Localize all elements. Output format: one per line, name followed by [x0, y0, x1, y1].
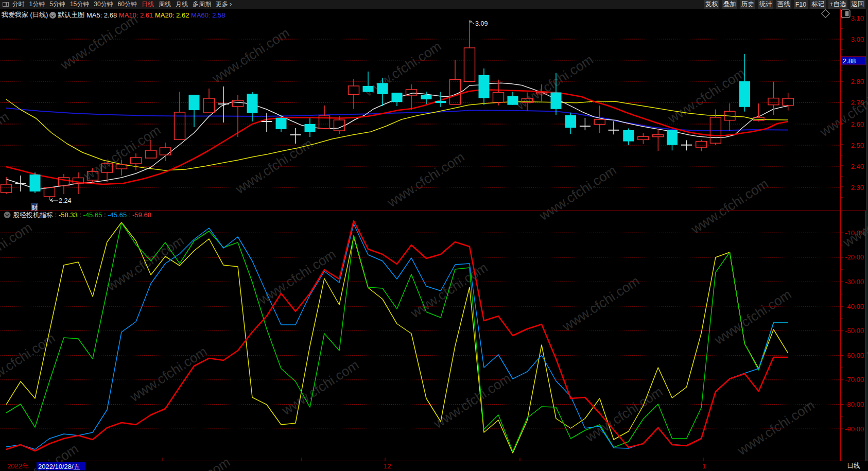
svg-text:-60.00: -60.00: [845, 352, 864, 359]
svg-text:www.cfchi.com: www.cfchi.com: [150, 454, 233, 471]
svg-text:2.30: 2.30: [851, 184, 864, 191]
svg-text:www.cfchi.com: www.cfchi.com: [57, 11, 140, 73]
svg-text:股经投机指标 : -58.33 : -45.65 : -45: 股经投机指标 : -58.33 : -45.65 : -45.65 : -59.…: [13, 211, 151, 219]
svg-text:2022/10/28/五: 2022/10/28/五: [38, 463, 80, 470]
svg-text:www.cfchi.com: www.cfchi.com: [127, 343, 210, 405]
svg-text:3.00: 3.00: [851, 36, 864, 43]
svg-text:-40.00: -40.00: [845, 303, 864, 310]
svg-text:2.24: 2.24: [59, 197, 71, 204]
svg-text:www.cfchi.com: www.cfchi.com: [80, 122, 163, 183]
svg-text:www.cfchi.com: www.cfchi.com: [559, 273, 642, 334]
svg-text:www.cfchi.com: www.cfchi.com: [688, 176, 771, 237]
svg-text:3.09: 3.09: [475, 20, 488, 27]
svg-text:www.cfchi.com: www.cfchi.com: [279, 357, 361, 418]
svg-text:-10.00: -10.00: [845, 229, 864, 237]
svg-text:-70.00: -70.00: [845, 376, 864, 383]
svg-text:www.cfchi.com: www.cfchi.com: [582, 383, 665, 445]
svg-text:www.cfchi.com: www.cfchi.com: [384, 149, 467, 210]
svg-text:www.cfchi.com: www.cfchi.com: [209, 25, 292, 86]
svg-text:财: 财: [31, 204, 38, 211]
svg-text:www.cfchi.com: www.cfchi.com: [840, 189, 868, 250]
svg-text:-50.00: -50.00: [845, 327, 864, 335]
svg-text:12: 12: [384, 462, 391, 470]
svg-text:www.cfchi.com: www.cfchi.com: [255, 246, 338, 307]
svg-text:1: 1: [702, 462, 706, 470]
svg-text:www.cfchi.com: www.cfchi.com: [734, 397, 817, 458]
svg-text:2022年: 2022年: [7, 462, 29, 470]
svg-text:www.cfchi.com: www.cfchi.com: [0, 109, 11, 170]
svg-text:-80.00: -80.00: [845, 400, 864, 408]
svg-text:www.cfchi.com: www.cfchi.com: [817, 78, 868, 139]
svg-text:2.50: 2.50: [851, 142, 864, 149]
svg-text:www.cfchi.com: www.cfchi.com: [103, 233, 186, 294]
svg-text:www.cfchi.com: www.cfchi.com: [0, 219, 34, 281]
svg-text:日线: 日线: [847, 462, 860, 469]
svg-text:www.cfchi.com: www.cfchi.com: [711, 286, 794, 347]
svg-text:2.60: 2.60: [851, 120, 864, 128]
svg-text:3.10: 3.10: [851, 14, 864, 22]
svg-text:2.70: 2.70: [851, 99, 864, 107]
svg-text:2.40: 2.40: [851, 163, 864, 170]
svg-text:-30.00: -30.00: [845, 278, 864, 286]
svg-text:2.88: 2.88: [843, 57, 856, 65]
svg-text:-20.00: -20.00: [845, 253, 864, 261]
svg-text:2.80: 2.80: [851, 78, 864, 85]
svg-text:www.cfchi.com: www.cfchi.com: [536, 162, 619, 223]
svg-text:-90.00: -90.00: [845, 425, 864, 433]
